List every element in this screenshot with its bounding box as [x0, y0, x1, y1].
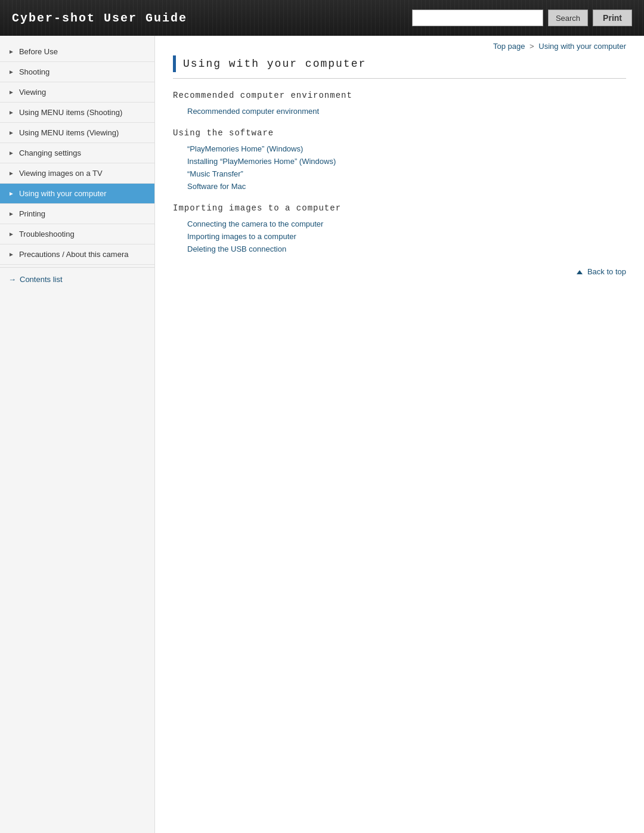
- rec-env-link[interactable]: Recommended computer environment: [187, 105, 626, 117]
- sidebar-item-label: Changing settings: [19, 148, 81, 157]
- back-to-top-link[interactable]: Back to top: [577, 267, 626, 276]
- arrow-right-icon: →: [8, 275, 16, 284]
- sidebar-item-label: Printing: [19, 209, 45, 218]
- sidebar-item-label: Before Use: [19, 47, 58, 56]
- sidebar-arrow-icon: ►: [8, 170, 14, 176]
- sidebar-item-shooting[interactable]: ► Shooting: [0, 62, 154, 82]
- page-title: Using with your computer: [183, 58, 366, 70]
- sidebar-item-troubleshooting[interactable]: ► Troubleshooting: [0, 224, 154, 244]
- sidebar-item-label: Viewing images on a TV: [19, 169, 103, 178]
- sidebar-item-viewing[interactable]: ► Viewing: [0, 82, 154, 103]
- page-title-bar: Using with your computer: [173, 55, 626, 79]
- sidebar-item-label: Using MENU items (Shooting): [19, 108, 122, 117]
- install-playmemories-link[interactable]: Installing “PlayMemories Home” (Windows): [187, 155, 626, 168]
- back-to-top: Back to top: [173, 267, 626, 276]
- section-heading-using-software: Using the software: [173, 128, 626, 138]
- sidebar-item-label: Shooting: [19, 67, 49, 76]
- title-accent: [173, 55, 176, 72]
- search-input[interactable]: [412, 10, 543, 26]
- section-recommended-env: Recommended computer environmentRecommen…: [173, 91, 626, 117]
- sidebar: ► Before Use► Shooting► Viewing► Using M…: [0, 36, 155, 833]
- contents-list-label: Contents list: [20, 275, 63, 284]
- connecting-camera-link[interactable]: Connecting the camera to the computer: [187, 218, 626, 230]
- sidebar-item-label: Viewing: [19, 88, 46, 97]
- sidebar-item-menu-shooting[interactable]: ► Using MENU items (Shooting): [0, 103, 154, 123]
- section-links-recommended-env: Recommended computer environment: [173, 105, 626, 117]
- sidebar-arrow-icon: ►: [8, 48, 14, 55]
- sidebar-item-label: Precautions / About this camera: [19, 250, 129, 259]
- sidebar-footer: → Contents list: [0, 267, 154, 291]
- sidebar-arrow-icon: ►: [8, 129, 14, 136]
- sidebar-item-menu-viewing[interactable]: ► Using MENU items (Viewing): [0, 123, 154, 143]
- breadcrumb: Top page > Using with your computer: [173, 36, 626, 55]
- sidebar-arrow-icon: ►: [8, 89, 14, 95]
- sidebar-arrow-icon: ►: [8, 210, 14, 217]
- sidebar-arrow-icon: ►: [8, 69, 14, 75]
- sidebar-arrow-icon: ►: [8, 251, 14, 258]
- sidebar-item-label: Using with your computer: [19, 189, 107, 198]
- main-container: ► Before Use► Shooting► Viewing► Using M…: [0, 36, 644, 833]
- print-button[interactable]: Print: [593, 10, 632, 26]
- sidebar-arrow-icon: ►: [8, 109, 14, 116]
- breadcrumb-separator: >: [530, 42, 534, 51]
- section-heading-importing-images: Importing images to a computer: [173, 203, 626, 213]
- sidebar-arrow-icon: ►: [8, 190, 14, 197]
- back-to-top-label: Back to top: [587, 267, 626, 276]
- breadcrumb-current: Using with your computer: [538, 42, 626, 51]
- section-heading-recommended-env: Recommended computer environment: [173, 91, 626, 100]
- sidebar-item-label: Troubleshooting: [19, 230, 75, 239]
- header-controls: Search Print: [412, 10, 632, 26]
- sidebar-item-viewing-tv[interactable]: ► Viewing images on a TV: [0, 163, 154, 184]
- section-using-software: Using the software“PlayMemories Home” (W…: [173, 128, 626, 193]
- sidebar-arrow-icon: ►: [8, 231, 14, 237]
- sidebar-item-before-use[interactable]: ► Before Use: [0, 42, 154, 62]
- section-links-using-software: “PlayMemories Home” (Windows)Installing …: [173, 143, 626, 193]
- section-links-importing-images: Connecting the camera to the computerImp…: [173, 218, 626, 255]
- sidebar-item-printing[interactable]: ► Printing: [0, 204, 154, 224]
- music-transfer-link[interactable]: “Music Transfer”: [187, 168, 626, 180]
- sidebar-item-using-computer[interactable]: ► Using with your computer: [0, 184, 154, 204]
- sidebar-arrow-icon: ►: [8, 150, 14, 156]
- sidebar-item-precautions[interactable]: ► Precautions / About this camera: [0, 244, 154, 265]
- main-content: Top page > Using with your computer Usin…: [155, 36, 644, 833]
- search-button[interactable]: Search: [548, 10, 588, 26]
- page-header: Cyber-shot User Guide Search Print: [0, 0, 644, 36]
- software-mac-link[interactable]: Software for Mac: [187, 180, 626, 193]
- triangle-up-icon: [577, 270, 583, 274]
- sidebar-item-label: Using MENU items (Viewing): [19, 128, 119, 137]
- playmemories-link[interactable]: “PlayMemories Home” (Windows): [187, 143, 626, 155]
- breadcrumb-top-page[interactable]: Top page: [493, 42, 525, 51]
- app-title: Cyber-shot User Guide: [12, 11, 187, 25]
- importing-images-link[interactable]: Importing images to a computer: [187, 230, 626, 243]
- section-importing-images: Importing images to a computerConnecting…: [173, 203, 626, 255]
- sidebar-item-settings[interactable]: ► Changing settings: [0, 143, 154, 163]
- deleting-usb-link[interactable]: Deleting the USB connection: [187, 243, 626, 255]
- contents-list-link[interactable]: → Contents list: [8, 275, 146, 284]
